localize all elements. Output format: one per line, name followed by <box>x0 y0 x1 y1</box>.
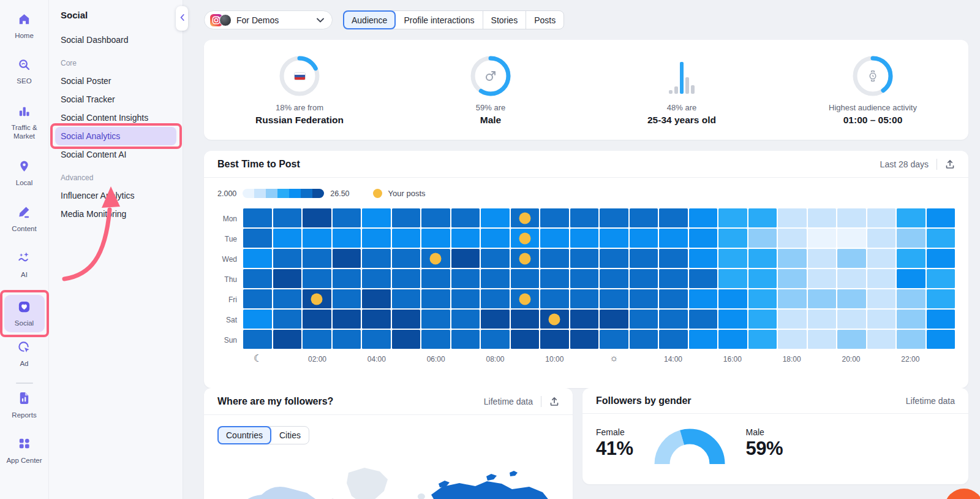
menu-item-media-monitoring[interactable]: Media Monitoring <box>49 205 183 223</box>
primary-sidebar: Home SEO Traffic & Market Local Content … <box>0 0 49 499</box>
heatmap-cell <box>748 269 777 288</box>
heatmap-cell <box>689 208 718 227</box>
heatmap-cell <box>362 208 391 227</box>
sidebar-item-local[interactable]: Local <box>2 159 47 188</box>
menu-item-social-tracker[interactable]: Social Tracker <box>49 90 183 109</box>
heatmap-cell <box>273 229 302 248</box>
day-label: Tue <box>217 229 243 249</box>
heatmap-cell <box>511 229 540 248</box>
sidebar-item-label: Local <box>16 178 33 187</box>
your-post-marker <box>311 293 323 305</box>
sidebar-item-traffic-market[interactable]: Traffic & Market <box>2 104 47 141</box>
period-label: Lifetime data <box>906 396 955 406</box>
age-bar <box>685 77 689 94</box>
heatmap-cell <box>718 208 747 227</box>
heatmap-cell <box>243 289 272 308</box>
heatmap-cell <box>837 269 866 288</box>
audience-overview-card: 18% are from Russian Federation 59% are … <box>204 40 968 140</box>
sidebar-item-social[interactable]: Social <box>4 295 45 332</box>
sidebar-item-seo[interactable]: SEO <box>2 58 47 86</box>
menu-title: Social <box>49 10 183 20</box>
sun-icon: ☼ <box>609 352 619 364</box>
heatmap-cell <box>897 208 925 227</box>
account-selector[interactable]: For Demos <box>204 10 333 29</box>
heatmap-cell <box>481 330 510 349</box>
scale-step <box>254 189 266 198</box>
heatmap-cell <box>540 269 569 288</box>
heatmap-cell <box>570 229 599 248</box>
app-window: Home SEO Traffic & Market Local Content … <box>0 0 980 499</box>
heatmap-cell <box>748 289 777 308</box>
heatmap-cell <box>689 289 718 308</box>
age-bar <box>669 90 673 94</box>
heatmap-cell <box>333 208 361 227</box>
tab-stories[interactable]: Stories <box>483 11 526 29</box>
heatmap-cell <box>808 330 837 349</box>
heatmap-cell <box>303 208 331 227</box>
stat-top-country: 18% are from Russian Federation <box>204 54 395 126</box>
male-symbol-icon <box>470 55 511 97</box>
heatmap-cell <box>362 310 391 329</box>
menu-item-social-dashboard[interactable]: Social Dashboard <box>49 31 183 49</box>
heatmap-cell <box>511 289 540 308</box>
hour-label: 04:00 <box>368 355 386 364</box>
sidebar-item-ai[interactable]: AI <box>2 251 47 279</box>
menu-item-social-content-insights[interactable]: Social Content Insights <box>49 109 183 127</box>
stat-value: 01:00 – 05:00 <box>843 115 903 126</box>
heatmap-cell <box>630 229 658 248</box>
heatmap-cell <box>778 269 807 288</box>
scale-step <box>301 189 312 198</box>
heatmap-cell <box>718 310 747 329</box>
tab-countries[interactable]: Countries <box>217 426 271 444</box>
stat-caption: Highest audience activity <box>829 103 917 112</box>
tab-audience[interactable]: Audience <box>343 10 396 29</box>
menu-item-social-content-ai[interactable]: Social Content AI <box>49 145 183 164</box>
export-icon[interactable] <box>549 397 559 406</box>
heatmap-cell <box>659 208 688 227</box>
export-icon[interactable] <box>945 159 955 169</box>
sidebar-item-home[interactable]: Home <box>2 12 47 40</box>
hour-label: 06:00 <box>427 355 445 364</box>
heatmap-cell <box>927 289 956 308</box>
moon-icon: ☾ <box>254 352 262 364</box>
hour-label: 16:00 <box>723 355 742 364</box>
heatmap-cell <box>333 229 361 248</box>
heatmap-cell <box>570 289 599 308</box>
sidebar-item-ad[interactable]: Ad <box>2 340 47 368</box>
heatmap-cell <box>540 229 569 248</box>
hour-label: 14:00 <box>664 355 682 364</box>
heatmap-cell <box>600 208 628 227</box>
social-menu: Social Social Dashboard Core Social Post… <box>49 0 183 499</box>
collapse-sidebar-button[interactable] <box>176 6 188 31</box>
menu-item-social-analytics[interactable]: Social Analytics <box>55 127 176 145</box>
heatmap-cell <box>392 330 421 349</box>
chevron-left-icon <box>179 13 185 24</box>
heatmap-cell <box>837 310 866 329</box>
menu-item-social-poster[interactable]: Social Poster <box>49 72 183 90</box>
heatmap-cell <box>689 249 718 268</box>
heatmap-cell <box>837 249 866 268</box>
tab-cities[interactable]: Cities <box>271 427 309 444</box>
heatmap-cell <box>333 249 361 268</box>
heatmap-cell <box>600 330 628 349</box>
sidebar-item-reports[interactable]: Reports <box>2 391 47 419</box>
sidebar-item-content[interactable]: Content <box>2 205 47 233</box>
heatmap-cell <box>362 249 391 268</box>
menu-item-influencer-analytics[interactable]: Influencer Analytics <box>49 186 183 205</box>
heatmap-cell <box>748 310 777 329</box>
heatmap-cell <box>511 208 540 227</box>
heatmap-cell <box>927 249 956 268</box>
heatmap-cell <box>689 330 718 349</box>
heatmap-cell <box>451 249 480 268</box>
sidebar-item-app-center[interactable]: App Center <box>2 436 47 465</box>
female-value: 41% <box>596 438 633 460</box>
heatmap-cell <box>481 269 510 288</box>
tab-posts[interactable]: Posts <box>526 11 564 29</box>
country-share-ring <box>279 55 320 97</box>
sidebar-item-label: Social <box>15 319 34 327</box>
heatmap-cell <box>570 208 599 227</box>
heatmap-cell <box>778 289 807 308</box>
tab-profile-interactions[interactable]: Profile interactions <box>396 11 482 29</box>
divider <box>937 159 937 170</box>
heatmap-cell <box>600 310 628 329</box>
